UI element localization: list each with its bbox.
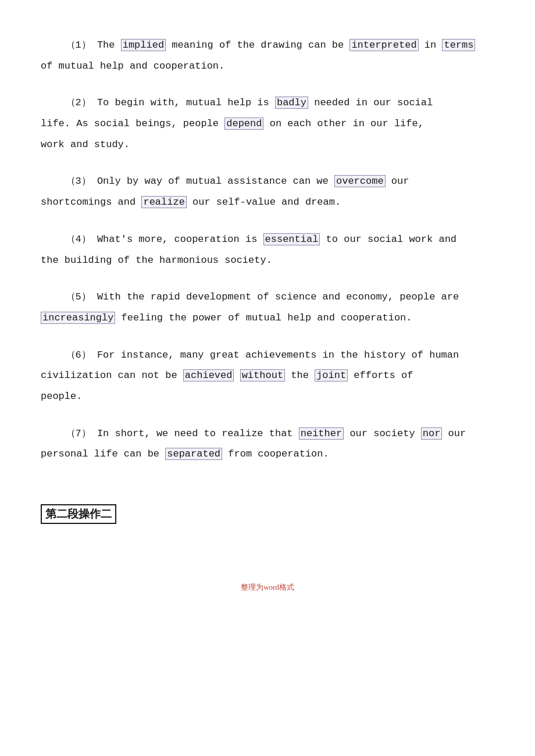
paragraph-2: （2） To begin with, mutual help is badly … [41,92,494,155]
highlight-depend: depend [224,117,263,130]
document-content: （1） The implied meaning of the drawing c… [41,35,494,593]
section-header-text: 第二段操作二 [41,504,116,524]
highlight-nor: nor [421,427,443,440]
highlight-joint: joint [315,369,348,381]
highlight-implied: implied [121,39,166,51]
para-number-7: （7） [66,428,91,439]
highlight-neither: neither [299,427,344,440]
paragraph-5: （5） With the rapid development of scienc… [41,287,494,328]
para-number-4: （4） [66,234,91,245]
para-number-5: （5） [66,291,91,302]
footer: 整理为word格式 [41,582,494,593]
para-number-6: （6） [66,350,91,361]
para-number-3: （3） [66,176,91,187]
highlight-without: without [240,369,285,381]
highlight-essential: essential [263,233,320,245]
section-header: 第二段操作二 [41,481,494,536]
paragraph-3: （3） Only by way of mutual assistance can… [41,171,494,212]
para-number-2: （2） [66,97,91,108]
paragraph-4: （4） What's more, cooperation is essentia… [41,229,494,270]
paragraph-6: （6） For instance, many great achievement… [41,345,494,407]
paragraph-1: （1） The implied meaning of the drawing c… [41,35,494,76]
paragraph-7: （7） In short, we need to realize that ne… [41,423,494,465]
highlight-badly: badly [275,97,308,109]
highlight-achieved: achieved [183,369,234,381]
highlight-interpreted: interpreted [349,39,418,51]
footer-text: 整理为word格式 [241,583,294,591]
highlight-separated: separated [165,448,222,460]
highlight-increasingly: increasingly [41,312,115,324]
para-number-1: （1） [66,40,91,51]
highlight-overcome: overcome [334,175,386,187]
highlight-terms: terms [442,39,475,51]
highlight-realize: realize [141,196,186,208]
